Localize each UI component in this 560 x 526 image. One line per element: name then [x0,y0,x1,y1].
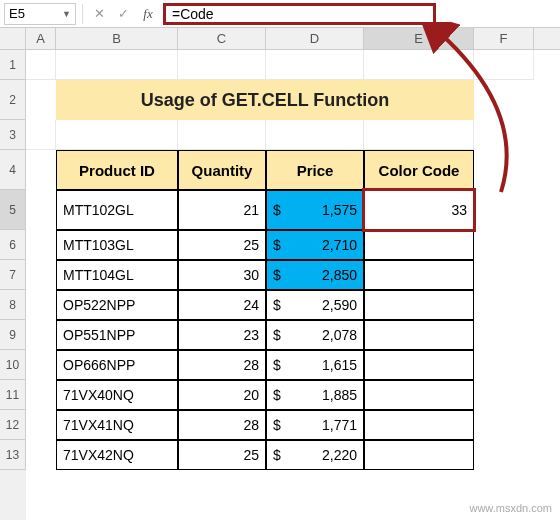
row-header-13[interactable]: 13 [0,440,26,470]
row-header-11[interactable]: 11 [0,380,26,410]
table-cell-qty[interactable]: 24 [178,290,266,320]
cell-A1[interactable] [26,50,56,80]
table-cell-id[interactable]: MTT103GL [56,230,178,260]
table-cell-price[interactable]: $2,590 [266,290,364,320]
table-cell-id[interactable]: OP551NPP [56,320,178,350]
name-box[interactable]: E5 ▼ [4,3,76,25]
table-cell-qty[interactable]: 25 [178,230,266,260]
table-cell-price[interactable]: $1,615 [266,350,364,380]
separator [82,4,83,24]
table-cell-id[interactable]: MTT102GL [56,190,178,230]
table-cell-color[interactable] [364,380,474,410]
table-cell-qty[interactable]: 20 [178,380,266,410]
cells-area[interactable]: Usage of GET.CELL Function Product ID Qu… [26,50,560,520]
formula-input[interactable]: =Code [163,3,436,25]
row-header-1[interactable]: 1 [0,50,26,80]
table-cell-price[interactable]: $1,771 [266,410,364,440]
table-cell-qty[interactable]: 28 [178,350,266,380]
cell-F1[interactable] [474,50,534,80]
title-text: Usage of GET.CELL Function [141,90,390,111]
table-cell-price[interactable]: $2,220 [266,440,364,470]
row-header-6[interactable]: 6 [0,230,26,260]
table-cell-qty[interactable]: 25 [178,440,266,470]
col-header-E[interactable]: E [364,28,474,49]
header-price[interactable]: Price [266,150,364,190]
cell-C1[interactable] [178,50,266,80]
table-cell-price[interactable]: $1,885 [266,380,364,410]
table-cell-color[interactable] [364,410,474,440]
table-cell-price[interactable]: $2,710 [266,230,364,260]
row-header-10[interactable]: 10 [0,350,26,380]
chevron-down-icon[interactable]: ▼ [62,9,71,19]
table-cell-id[interactable]: 71VX41NQ [56,410,178,440]
row-header-12[interactable]: 12 [0,410,26,440]
cell-D3[interactable] [266,120,364,150]
col-header-B[interactable]: B [56,28,178,49]
name-box-value: E5 [9,6,62,21]
table-cell-color[interactable] [364,260,474,290]
col-header-F[interactable]: F [474,28,534,49]
column-headers: A B C D E F [0,28,560,50]
table-cell-id[interactable]: MTT104GL [56,260,178,290]
table-cell-qty[interactable]: 21 [178,190,266,230]
check-icon[interactable]: ✓ [113,4,133,24]
table-cell-color[interactable] [364,230,474,260]
table-cell-qty[interactable]: 30 [178,260,266,290]
table-cell-id[interactable]: 71VX42NQ [56,440,178,470]
table-cell-id[interactable]: 71VX40NQ [56,380,178,410]
table-cell-color[interactable] [364,290,474,320]
table-cell-price[interactable]: $2,078 [266,320,364,350]
row-header-2[interactable]: 2 [0,80,26,120]
formula-bar: E5 ▼ ✕ ✓ fx =Code [0,0,560,28]
table-cell-color[interactable] [364,350,474,380]
grid: 1 2 3 4 5 6 7 8 9 10 11 12 13 Usage of G… [0,50,560,520]
table-cell-price[interactable]: $2,850 [266,260,364,290]
row-header-5[interactable]: 5 [0,190,26,230]
table-cell-qty[interactable]: 28 [178,410,266,440]
cell-B3[interactable] [56,120,178,150]
col-header-A[interactable]: A [26,28,56,49]
row-header-4[interactable]: 4 [0,150,26,190]
col-header-C[interactable]: C [178,28,266,49]
header-quantity[interactable]: Quantity [178,150,266,190]
cell-E1[interactable] [364,50,474,80]
cell-D1[interactable] [266,50,364,80]
header-product-id[interactable]: Product ID [56,150,178,190]
formula-text: =Code [172,6,214,22]
row-headers: 1 2 3 4 5 6 7 8 9 10 11 12 13 [0,50,26,520]
cell-E3[interactable] [364,120,474,150]
header-color-code[interactable]: Color Code [364,150,474,190]
table-cell-color[interactable] [364,320,474,350]
table-cell-qty[interactable]: 23 [178,320,266,350]
title-banner[interactable]: Usage of GET.CELL Function [56,80,474,120]
selected-cell-E5[interactable]: 33 [362,188,476,232]
cell-A3[interactable] [26,120,56,150]
fx-icon[interactable]: fx [137,6,159,22]
cell-B1[interactable] [56,50,178,80]
table-cell-id[interactable]: OP522NPP [56,290,178,320]
row-header-3[interactable]: 3 [0,120,26,150]
col-header-D[interactable]: D [266,28,364,49]
row-header-9[interactable]: 9 [0,320,26,350]
watermark: www.msxdn.com [469,502,552,514]
table-cell-color[interactable] [364,440,474,470]
row-header-7[interactable]: 7 [0,260,26,290]
table-cell-id[interactable]: OP666NPP [56,350,178,380]
table-cell-price[interactable]: $1,575 [266,190,364,230]
cell-C3[interactable] [178,120,266,150]
cancel-icon[interactable]: ✕ [89,4,109,24]
row-header-8[interactable]: 8 [0,290,26,320]
select-all-corner[interactable] [0,28,26,49]
